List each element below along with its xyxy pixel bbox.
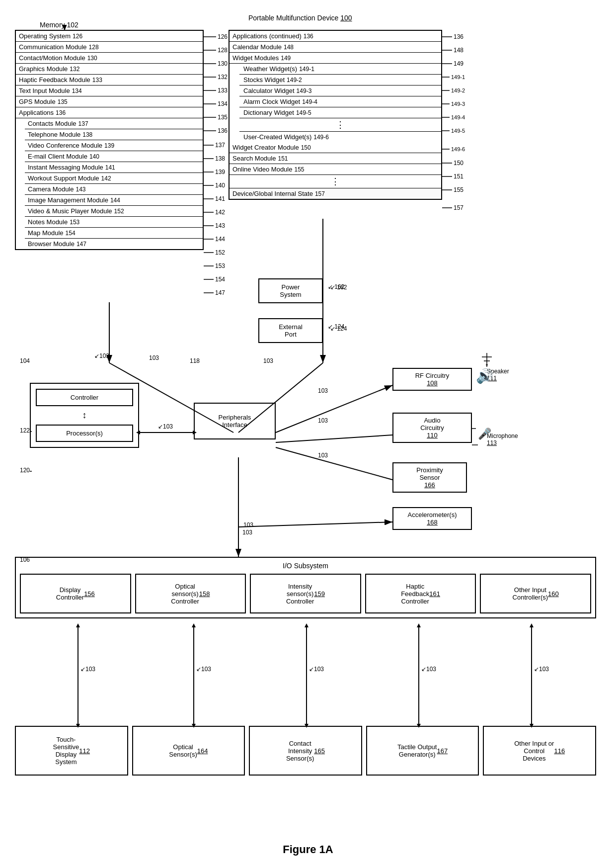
rf-box: RF Circuitry108 <box>392 368 472 391</box>
proximity-label: ProximitySensor166 <box>396 466 463 489</box>
svg-text:153: 153 <box>215 262 225 269</box>
device-box: Applications (continued)136 Calendar Mod… <box>229 30 442 200</box>
svg-text:154: 154 <box>215 276 225 283</box>
app-telephone: Telephone Module138 <box>25 129 203 140</box>
memory-item-haptic: Haptic Feedback Module133 <box>16 75 203 86</box>
svg-text:138: 138 <box>215 155 225 162</box>
svg-text:103: 103 <box>242 529 252 536</box>
memory-item-comm: Communication Module128 <box>16 42 203 53</box>
svg-text:133: 133 <box>218 87 228 94</box>
app-video-conf: Video Conference Module139 <box>25 140 203 151</box>
svg-text:142: 142 <box>215 209 225 216</box>
other-input-devices: Other Input orControlDevices 116 <box>483 726 596 776</box>
svg-text:149-4: 149-4 <box>451 114 465 120</box>
processor-inner: Processor(s) <box>36 425 133 442</box>
svg-text:149-1: 149-1 <box>451 74 465 80</box>
contact-intensity-sensor: ContactIntensitySensor(s)165 <box>249 726 362 776</box>
device-title: Portable Multifunction Device 100 <box>248 14 352 22</box>
bidirectional-arrow: ↕ <box>34 408 135 423</box>
svg-line-80 <box>276 435 392 442</box>
power-system-box: PowerSystem <box>258 278 323 303</box>
svg-marker-102 <box>76 623 80 627</box>
svg-text:134: 134 <box>218 100 228 107</box>
app-notes: Notes Module153 <box>25 217 203 228</box>
memory-box: Operating System126 Communication Module… <box>15 30 204 250</box>
ext-port-label: ExternalPort <box>263 323 318 338</box>
io-controllers-row: DisplayController 156 Opticalsensor(s)Co… <box>20 574 591 613</box>
svg-text:149-5: 149-5 <box>451 128 465 134</box>
svg-text:103: 103 <box>149 354 159 361</box>
svg-text:128: 128 <box>218 47 228 54</box>
widget-dict: Dictionary Widget149-5 <box>239 107 441 118</box>
app-browser: Browser Module147 <box>25 239 203 249</box>
widget-weather: Weather Widget(s)149-1 <box>239 64 441 75</box>
power-label: PowerSystem <box>263 283 318 298</box>
optical-sensor-controller: Opticalsensor(s)Controller 158 <box>135 574 246 613</box>
app-im: Instant Messaging Module141 <box>25 162 203 173</box>
io-subsystem: I/O Subsystem DisplayController 156 Opti… <box>15 557 596 618</box>
svg-text:103: 103 <box>318 387 328 394</box>
haptic-feedback-controller: HapticFeedbackController 161 <box>365 574 476 613</box>
display-controller: DisplayController 156 <box>20 574 131 613</box>
device-apps-cont: Applications (continued)136 <box>230 31 441 42</box>
app-image: Image Management Module144 <box>25 195 203 206</box>
peripherals-box: PeripheralsInterface <box>194 403 276 439</box>
svg-text:149-3: 149-3 <box>451 101 465 107</box>
memory-item-text: Text Input Module134 <box>16 86 203 96</box>
memory-item-apps: Applications136 <box>16 107 203 118</box>
svg-text:139: 139 <box>215 169 225 175</box>
widget-stocks: Stocks Widget149-2 <box>239 75 441 86</box>
svg-text:↙103: ↙103 <box>309 666 324 673</box>
mic-label: Microphone113 <box>487 433 518 446</box>
optical-sensor-device: OpticalSensor(s)164 <box>132 726 245 776</box>
device-calendar: Calendar Module148 <box>230 42 441 53</box>
device-search: Search Module151 <box>230 153 441 164</box>
svg-text:103: 103 <box>318 452 328 459</box>
device-widget-creator: Widget Creator Module150 <box>230 142 441 153</box>
ext-port-box: ExternalPort <box>258 318 323 343</box>
svg-text:132: 132 <box>218 74 228 81</box>
svg-text:136: 136 <box>454 33 463 40</box>
io-title: I/O Subsystem <box>20 562 591 570</box>
svg-text:151: 151 <box>454 173 463 180</box>
svg-text:103: 103 <box>243 521 253 528</box>
peripherals-label: PeripheralsInterface <box>199 414 271 429</box>
widget-calc: Calculator Widget149-3 <box>239 86 441 96</box>
audio-box: AudioCircuitry110 <box>392 413 472 443</box>
svg-text:137: 137 <box>215 142 225 149</box>
accel-box: Accelerometer(s)168 <box>392 507 472 530</box>
app-camera: Camera Module143 <box>25 184 203 195</box>
svg-text:122: 122 <box>20 427 30 434</box>
svg-text:149-2: 149-2 <box>451 87 465 93</box>
app-contacts: Contacts Module137 <box>25 118 203 129</box>
rf-label: RF Circuitry108 <box>396 372 468 387</box>
svg-text:150: 150 <box>454 160 463 167</box>
figure-caption: Figure 1A <box>0 843 616 856</box>
svg-marker-114 <box>417 623 421 627</box>
controller-inner: Controller <box>36 389 133 406</box>
svg-text:144: 144 <box>215 236 225 243</box>
memory-item-contact: Contact/Motion Module130 <box>16 53 203 64</box>
device-widget-modules: Widget Modules149 <box>230 53 441 64</box>
widget-subsection: Weather Widget(s)149-1 Stocks Widget149-… <box>230 64 441 142</box>
touch-display: Touch-SensitiveDisplaySystem 112 <box>15 726 128 776</box>
svg-text:118: 118 <box>190 357 200 364</box>
apps-subsection: Contacts Module137 Telephone Module138 V… <box>16 118 203 249</box>
svg-text:149: 149 <box>454 60 463 67</box>
svg-text:152: 152 <box>215 249 225 256</box>
svg-text:147: 147 <box>215 289 225 296</box>
device-global-state: Device/Global Internal State157 <box>230 188 441 199</box>
widget-alarm: Alarm Clock Widget149-4 <box>239 96 441 107</box>
memory-item-graphics: Graphics Module132 <box>16 64 203 75</box>
app-video-music: Video & Music Player Module152 <box>25 206 203 217</box>
mic-icon: 🎤 <box>478 428 491 440</box>
tactile-output: Tactile OutputGenerator(s)167 <box>366 726 479 776</box>
svg-line-82 <box>276 447 392 480</box>
svg-text:140: 140 <box>215 182 225 189</box>
svg-text:149-6: 149-6 <box>451 146 465 152</box>
svg-text:↙103: ↙103 <box>421 666 436 673</box>
svg-text:136: 136 <box>218 127 228 134</box>
svg-text:135: 135 <box>218 114 228 121</box>
widget-dots: ⋮ <box>239 118 441 132</box>
speaker-icon: 🔊 <box>476 368 493 384</box>
